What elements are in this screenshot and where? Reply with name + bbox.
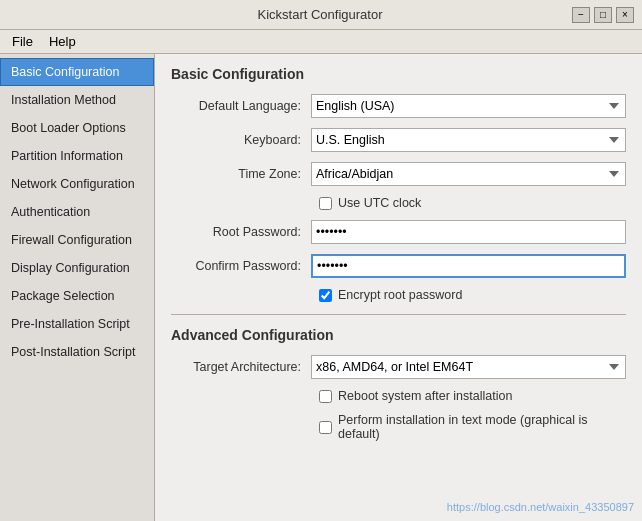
encrypt-root-checkbox[interactable] <box>319 289 332 302</box>
sidebar-item-authentication[interactable]: Authentication <box>0 198 154 226</box>
encrypt-root-label: Encrypt root password <box>338 288 462 302</box>
root-password-label: Root Password: <box>171 225 311 239</box>
sidebar-item-pre-installation-script[interactable]: Pre-Installation Script <box>0 310 154 338</box>
menu-file[interactable]: File <box>4 32 41 51</box>
close-button[interactable]: × <box>616 7 634 23</box>
reboot-checkbox[interactable] <box>319 390 332 403</box>
sidebar-item-basic-configuration[interactable]: Basic Configuration <box>0 58 154 86</box>
sidebar-item-post-installation-script[interactable]: Post-Installation Script <box>0 338 154 366</box>
confirm-password-input[interactable] <box>311 254 626 278</box>
time-zone-label: Time Zone: <box>171 167 311 181</box>
content-area: Basic Configuration Default Language: En… <box>155 54 642 521</box>
window-controls: − □ × <box>572 7 634 23</box>
time-zone-row: Time Zone: Africa/Abidjan <box>171 162 626 186</box>
watermark: https://blog.csdn.net/waixin_43350897 <box>447 501 634 513</box>
text-mode-checkbox[interactable] <box>319 421 332 434</box>
utc-clock-checkbox[interactable] <box>319 197 332 210</box>
confirm-password-row: Confirm Password: <box>171 254 626 278</box>
keyboard-control: U.S. English <box>311 128 626 152</box>
menu-help[interactable]: Help <box>41 32 84 51</box>
window-title: Kickstart Configurator <box>68 7 572 22</box>
sidebar-item-firewall-configuration[interactable]: Firewall Configuration <box>0 226 154 254</box>
default-language-row: Default Language: English (USA) <box>171 94 626 118</box>
minimize-button[interactable]: − <box>572 7 590 23</box>
time-zone-control: Africa/Abidjan <box>311 162 626 186</box>
sidebar-item-network-configuration[interactable]: Network Configuration <box>0 170 154 198</box>
sidebar-item-boot-loader-options[interactable]: Boot Loader Options <box>0 114 154 142</box>
advanced-config-title: Advanced Configuration <box>171 327 626 343</box>
root-password-row: Root Password: <box>171 220 626 244</box>
target-arch-row: Target Architecture: x86, AMD64, or Inte… <box>171 355 626 379</box>
keyboard-label: Keyboard: <box>171 133 311 147</box>
basic-config-title: Basic Configuration <box>171 66 626 82</box>
text-mode-row: Perform installation in text mode (graph… <box>171 413 626 441</box>
title-bar: Kickstart Configurator − □ × <box>0 0 642 30</box>
section-divider <box>171 314 626 315</box>
menu-bar: File Help <box>0 30 642 54</box>
target-arch-control: x86, AMD64, or Intel EM64T <box>311 355 626 379</box>
root-password-control <box>311 220 626 244</box>
default-language-label: Default Language: <box>171 99 311 113</box>
text-mode-label: Perform installation in text mode (graph… <box>338 413 626 441</box>
root-password-input[interactable] <box>311 220 626 244</box>
confirm-password-control <box>311 254 626 278</box>
main-container: Basic Configuration Installation Method … <box>0 54 642 521</box>
target-arch-label: Target Architecture: <box>171 360 311 374</box>
sidebar-item-package-selection[interactable]: Package Selection <box>0 282 154 310</box>
sidebar-item-installation-method[interactable]: Installation Method <box>0 86 154 114</box>
reboot-row: Reboot system after installation <box>171 389 626 403</box>
encrypt-root-row: Encrypt root password <box>171 288 626 302</box>
default-language-select[interactable]: English (USA) <box>311 94 626 118</box>
sidebar-item-partition-information[interactable]: Partition Information <box>0 142 154 170</box>
target-arch-select[interactable]: x86, AMD64, or Intel EM64T <box>311 355 626 379</box>
keyboard-row: Keyboard: U.S. English <box>171 128 626 152</box>
confirm-password-label: Confirm Password: <box>171 259 311 273</box>
keyboard-select[interactable]: U.S. English <box>311 128 626 152</box>
maximize-button[interactable]: □ <box>594 7 612 23</box>
sidebar: Basic Configuration Installation Method … <box>0 54 155 521</box>
sidebar-item-display-configuration[interactable]: Display Configuration <box>0 254 154 282</box>
time-zone-select[interactable]: Africa/Abidjan <box>311 162 626 186</box>
default-language-control: English (USA) <box>311 94 626 118</box>
utc-clock-row: Use UTC clock <box>171 196 626 210</box>
utc-clock-label: Use UTC clock <box>338 196 421 210</box>
reboot-label: Reboot system after installation <box>338 389 512 403</box>
